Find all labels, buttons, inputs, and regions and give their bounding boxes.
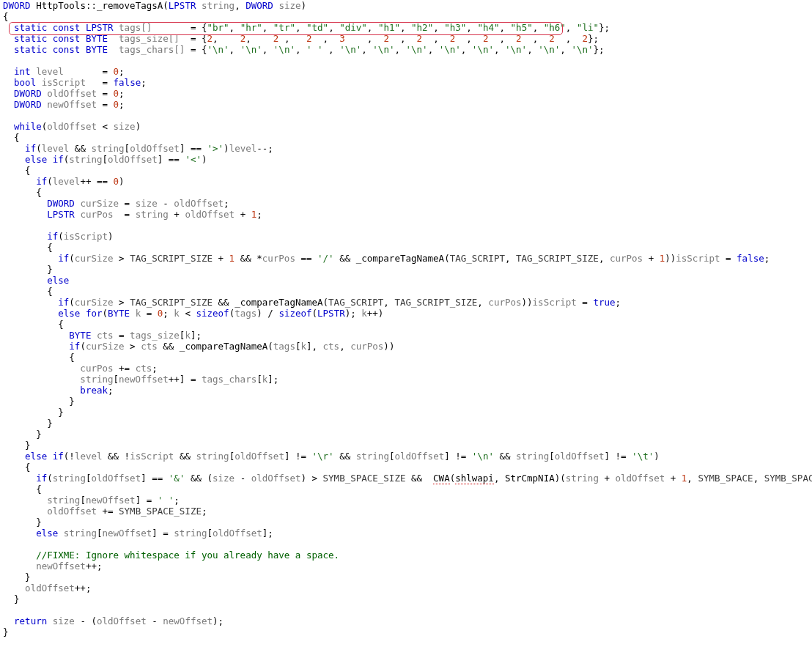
id: cts: [323, 341, 340, 352]
kw-sizeof: sizeof: [196, 308, 229, 319]
id: cts: [136, 363, 152, 374]
s: "hr": [240, 22, 262, 33]
id: isScript: [130, 451, 174, 462]
char-gt: '>': [207, 143, 224, 154]
id: curSize: [86, 341, 125, 352]
type-byte: BYTE: [108, 308, 130, 319]
kw-if: if: [58, 253, 69, 264]
id: oldOffset: [185, 209, 235, 220]
id: oldOffset: [91, 473, 141, 484]
id: k: [262, 374, 268, 385]
id: newOffset: [119, 374, 169, 385]
var-tags: tags[]: [119, 22, 152, 33]
id: oldOffset: [213, 528, 262, 539]
n: 1: [251, 209, 257, 220]
comment-fixme: //FIXME: Ignore whitespace if you alread…: [36, 550, 339, 561]
n: 2: [549, 33, 555, 44]
id: newOffset: [163, 616, 213, 626]
c: '\n': [538, 44, 560, 55]
id: size: [136, 198, 158, 209]
const: TAG_SCRIPT_SIZE: [394, 297, 477, 308]
kw-static-const: static const: [14, 33, 86, 44]
id: oldOffset: [108, 154, 158, 165]
id: string: [91, 143, 124, 154]
n: 2: [483, 33, 489, 44]
c: '\n': [406, 44, 428, 55]
kw-if: if: [25, 143, 36, 154]
n: 2: [383, 33, 389, 44]
n: 0: [114, 99, 119, 110]
fn-strcmpnia: StrCmpNIA: [505, 473, 555, 484]
id: string: [516, 451, 549, 462]
var-oldoffset: oldOffset: [47, 88, 97, 99]
id: oldOffset: [235, 451, 284, 462]
s: "td": [306, 22, 328, 33]
type-dword: DWORD: [14, 99, 42, 110]
kw-if: if: [36, 473, 47, 484]
n: 1: [660, 253, 665, 264]
kw-static-const: static const: [14, 22, 86, 33]
n: 2: [273, 33, 279, 44]
kw-if: if: [58, 297, 69, 308]
n: 2: [306, 33, 312, 44]
kw-if: if: [69, 341, 80, 352]
id: string: [356, 451, 389, 462]
kw-sizeof: sizeof: [278, 308, 311, 319]
id: string: [136, 209, 169, 220]
kw-while: while: [14, 121, 42, 132]
type-lpstr: LPSTR: [317, 308, 345, 319]
kw-if: if: [36, 176, 47, 187]
kw-for: for: [86, 308, 103, 319]
lit-false: false: [114, 77, 141, 88]
lit-false: false: [737, 253, 764, 264]
id: newOffset: [102, 528, 152, 539]
source-code[interactable]: DWORD HttpTools::_removeTagsA(LPSTR stri…: [0, 0, 812, 643]
type-lpstr: LPSTR: [47, 209, 75, 220]
id: level: [42, 143, 70, 154]
param-string: string: [202, 0, 235, 11]
n: 1: [682, 473, 687, 484]
s: "h3": [444, 22, 466, 33]
type-int: int: [14, 66, 31, 77]
id: curSize: [80, 198, 119, 209]
n: 2: [582, 33, 588, 44]
id: string: [566, 473, 599, 484]
id: string: [80, 374, 113, 385]
type-lpstr: LPSTR: [169, 0, 196, 11]
s: "li": [577, 22, 599, 33]
id: string: [64, 528, 97, 539]
c: '\n': [472, 44, 494, 55]
s: "h2": [411, 22, 433, 33]
s: "h6": [544, 22, 566, 33]
type-byte: BYTE: [86, 33, 108, 44]
kw-static-const: static const: [14, 44, 86, 55]
id: size: [114, 121, 136, 132]
type-dword: DWORD: [246, 0, 273, 11]
kw-else: else: [47, 275, 69, 286]
var-newoffset: newOffset: [47, 99, 97, 110]
fn: _compareTagNameA: [235, 297, 322, 308]
fn-cwa: CWA: [433, 473, 450, 484]
kw-else: else: [58, 308, 80, 319]
id: size: [213, 473, 235, 484]
id: oldOffset: [97, 616, 147, 626]
id: newOffset: [36, 561, 86, 572]
id: oldOffset: [615, 473, 665, 484]
id: k: [174, 308, 180, 319]
s: "h5": [511, 22, 533, 33]
c: '\n': [505, 44, 527, 55]
id: level: [229, 143, 257, 154]
kw-return: return: [14, 616, 47, 626]
n: 1: [229, 253, 235, 264]
const: TAG_SCRIPT: [328, 297, 383, 308]
id: oldOffset: [394, 451, 444, 462]
n: 0: [114, 88, 119, 99]
id: string: [47, 495, 80, 506]
id: curPos: [80, 209, 113, 220]
id: cts: [97, 330, 114, 341]
s: "h1": [378, 22, 400, 33]
var-level: level: [36, 66, 64, 77]
c: '\n': [240, 44, 262, 55]
id-shlwapi: shlwapi: [455, 473, 494, 484]
char-tab: '\t': [632, 451, 654, 462]
